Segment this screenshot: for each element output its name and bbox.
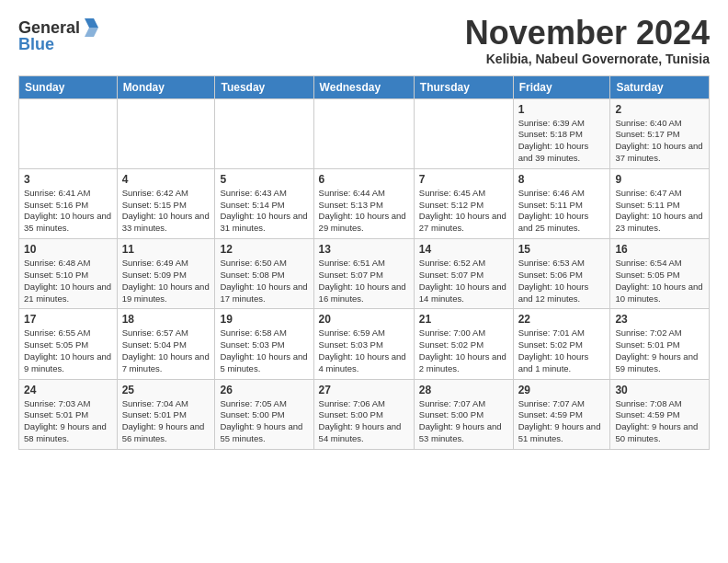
- day-number: 18: [122, 313, 210, 326]
- calendar-cell: 1Sunrise: 6:39 AM Sunset: 5:18 PM Daylig…: [513, 98, 610, 168]
- calendar-cell: 28Sunrise: 7:07 AM Sunset: 5:00 PM Dayli…: [414, 379, 513, 449]
- weekday-header-sunday: Sunday: [19, 75, 118, 98]
- calendar-cell: 27Sunrise: 7:06 AM Sunset: 5:00 PM Dayli…: [313, 379, 414, 449]
- calendar-cell: 14Sunrise: 6:52 AM Sunset: 5:07 PM Dayli…: [414, 239, 513, 309]
- calendar-cell: 22Sunrise: 7:01 AM Sunset: 5:02 PM Dayli…: [513, 309, 610, 379]
- calendar-cell: 30Sunrise: 7:08 AM Sunset: 4:59 PM Dayli…: [610, 379, 710, 449]
- calendar-cell: 7Sunrise: 6:45 AM Sunset: 5:12 PM Daylig…: [414, 168, 513, 238]
- day-info: Sunrise: 6:40 AM Sunset: 5:17 PM Dayligh…: [615, 118, 704, 165]
- calendar-cell: 8Sunrise: 6:46 AM Sunset: 5:11 PM Daylig…: [513, 168, 610, 238]
- day-info: Sunrise: 6:58 AM Sunset: 5:03 PM Dayligh…: [220, 327, 308, 374]
- day-number: 14: [419, 243, 508, 256]
- month-title: November 2024: [465, 15, 710, 52]
- day-info: Sunrise: 7:07 AM Sunset: 4:59 PM Dayligh…: [518, 398, 606, 445]
- day-number: 4: [122, 173, 210, 186]
- day-info: Sunrise: 6:54 AM Sunset: 5:05 PM Dayligh…: [615, 258, 704, 304]
- day-number: 21: [419, 313, 508, 326]
- logo[interactable]: General Blue: [18, 15, 101, 53]
- weekday-header-tuesday: Tuesday: [215, 75, 313, 98]
- calendar-cell: 12Sunrise: 6:50 AM Sunset: 5:08 PM Dayli…: [215, 239, 313, 309]
- weekday-header-saturday: Saturday: [610, 75, 710, 98]
- day-number: 28: [419, 384, 508, 396]
- day-number: 3: [24, 173, 112, 186]
- day-info: Sunrise: 6:55 AM Sunset: 5:05 PM Dayligh…: [24, 327, 112, 374]
- day-info: Sunrise: 7:00 AM Sunset: 5:02 PM Dayligh…: [419, 327, 508, 374]
- day-info: Sunrise: 6:43 AM Sunset: 5:14 PM Dayligh…: [220, 188, 308, 235]
- title-area: November 2024 Kelibia, Nabeul Governorat…: [465, 15, 710, 66]
- svg-marker-1: [85, 18, 98, 28]
- weekday-header-wednesday: Wednesday: [313, 75, 414, 98]
- svg-marker-2: [85, 28, 98, 37]
- day-info: Sunrise: 6:59 AM Sunset: 5:03 PM Dayligh…: [319, 327, 409, 374]
- day-number: 6: [319, 173, 409, 186]
- calendar-cell: 4Sunrise: 6:42 AM Sunset: 5:15 PM Daylig…: [117, 168, 215, 238]
- day-number: 9: [615, 173, 704, 186]
- day-info: Sunrise: 6:57 AM Sunset: 5:04 PM Dayligh…: [122, 327, 210, 374]
- day-number: 10: [24, 243, 112, 256]
- day-number: 22: [518, 313, 606, 326]
- day-info: Sunrise: 6:51 AM Sunset: 5:07 PM Dayligh…: [319, 258, 409, 304]
- calendar-cell: [215, 98, 313, 168]
- day-info: Sunrise: 6:53 AM Sunset: 5:06 PM Dayligh…: [518, 258, 606, 304]
- day-number: 2: [615, 103, 704, 116]
- day-number: 25: [122, 384, 210, 396]
- calendar-cell: 13Sunrise: 6:51 AM Sunset: 5:07 PM Dayli…: [313, 239, 414, 309]
- calendar-cell: 6Sunrise: 6:44 AM Sunset: 5:13 PM Daylig…: [313, 168, 414, 238]
- day-info: Sunrise: 6:42 AM Sunset: 5:15 PM Dayligh…: [122, 188, 210, 235]
- day-info: Sunrise: 6:49 AM Sunset: 5:09 PM Dayligh…: [122, 258, 210, 304]
- calendar-cell: [117, 98, 215, 168]
- weekday-header-monday: Monday: [117, 75, 215, 98]
- day-info: Sunrise: 7:08 AM Sunset: 4:59 PM Dayligh…: [615, 398, 704, 445]
- calendar-cell: 26Sunrise: 7:05 AM Sunset: 5:00 PM Dayli…: [215, 379, 313, 449]
- day-info: Sunrise: 6:47 AM Sunset: 5:11 PM Dayligh…: [615, 188, 704, 235]
- svg-text:Blue: Blue: [18, 35, 54, 53]
- day-info: Sunrise: 7:06 AM Sunset: 5:00 PM Dayligh…: [319, 398, 409, 445]
- day-info: Sunrise: 6:39 AM Sunset: 5:18 PM Dayligh…: [518, 118, 606, 165]
- day-info: Sunrise: 6:45 AM Sunset: 5:12 PM Dayligh…: [419, 188, 508, 235]
- weekday-header-friday: Friday: [513, 75, 610, 98]
- page-header: General Blue November 2024 Kelibia, Nabe…: [18, 15, 710, 66]
- day-number: 8: [518, 173, 606, 186]
- day-number: 26: [220, 384, 308, 396]
- day-number: 19: [220, 313, 308, 326]
- day-number: 20: [319, 313, 409, 326]
- calendar-table: SundayMondayTuesdayWednesdayThursdayFrid…: [18, 75, 710, 450]
- day-info: Sunrise: 7:01 AM Sunset: 5:02 PM Dayligh…: [518, 327, 606, 374]
- calendar-cell: 24Sunrise: 7:03 AM Sunset: 5:01 PM Dayli…: [19, 379, 118, 449]
- day-number: 5: [220, 173, 308, 186]
- day-number: 1: [518, 103, 606, 116]
- calendar-week-1: 1Sunrise: 6:39 AM Sunset: 5:18 PM Daylig…: [19, 98, 710, 168]
- calendar-cell: [414, 98, 513, 168]
- day-number: 15: [518, 243, 606, 256]
- calendar-cell: 5Sunrise: 6:43 AM Sunset: 5:14 PM Daylig…: [215, 168, 313, 238]
- calendar-cell: 16Sunrise: 6:54 AM Sunset: 5:05 PM Dayli…: [610, 239, 710, 309]
- calendar-cell: [313, 98, 414, 168]
- calendar-week-3: 10Sunrise: 6:48 AM Sunset: 5:10 PM Dayli…: [19, 239, 710, 309]
- day-number: 13: [319, 243, 409, 256]
- calendar-cell: 23Sunrise: 7:02 AM Sunset: 5:01 PM Dayli…: [610, 309, 710, 379]
- svg-text:General: General: [18, 18, 80, 37]
- calendar-cell: 20Sunrise: 6:59 AM Sunset: 5:03 PM Dayli…: [313, 309, 414, 379]
- location-subtitle: Kelibia, Nabeul Governorate, Tunisia: [465, 52, 710, 66]
- weekday-header-thursday: Thursday: [414, 75, 513, 98]
- day-number: 11: [122, 243, 210, 256]
- day-info: Sunrise: 7:02 AM Sunset: 5:01 PM Dayligh…: [615, 327, 704, 374]
- calendar-cell: 9Sunrise: 6:47 AM Sunset: 5:11 PM Daylig…: [610, 168, 710, 238]
- day-info: Sunrise: 7:04 AM Sunset: 5:01 PM Dayligh…: [122, 398, 210, 445]
- day-info: Sunrise: 6:41 AM Sunset: 5:16 PM Dayligh…: [24, 188, 112, 235]
- day-info: Sunrise: 6:48 AM Sunset: 5:10 PM Dayligh…: [24, 258, 112, 304]
- calendar-body: 1Sunrise: 6:39 AM Sunset: 5:18 PM Daylig…: [19, 98, 710, 449]
- calendar-cell: 29Sunrise: 7:07 AM Sunset: 4:59 PM Dayli…: [513, 379, 610, 449]
- calendar-week-5: 24Sunrise: 7:03 AM Sunset: 5:01 PM Dayli…: [19, 379, 710, 449]
- calendar-cell: 10Sunrise: 6:48 AM Sunset: 5:10 PM Dayli…: [19, 239, 118, 309]
- day-info: Sunrise: 7:05 AM Sunset: 5:00 PM Dayligh…: [220, 398, 308, 445]
- day-number: 17: [24, 313, 112, 326]
- calendar-cell: 11Sunrise: 6:49 AM Sunset: 5:09 PM Dayli…: [117, 239, 215, 309]
- day-number: 23: [615, 313, 704, 326]
- day-number: 12: [220, 243, 308, 256]
- calendar-cell: 3Sunrise: 6:41 AM Sunset: 5:16 PM Daylig…: [19, 168, 118, 238]
- day-number: 29: [518, 384, 606, 396]
- day-number: 30: [615, 384, 704, 396]
- day-number: 24: [24, 384, 112, 396]
- calendar-cell: 25Sunrise: 7:04 AM Sunset: 5:01 PM Dayli…: [117, 379, 215, 449]
